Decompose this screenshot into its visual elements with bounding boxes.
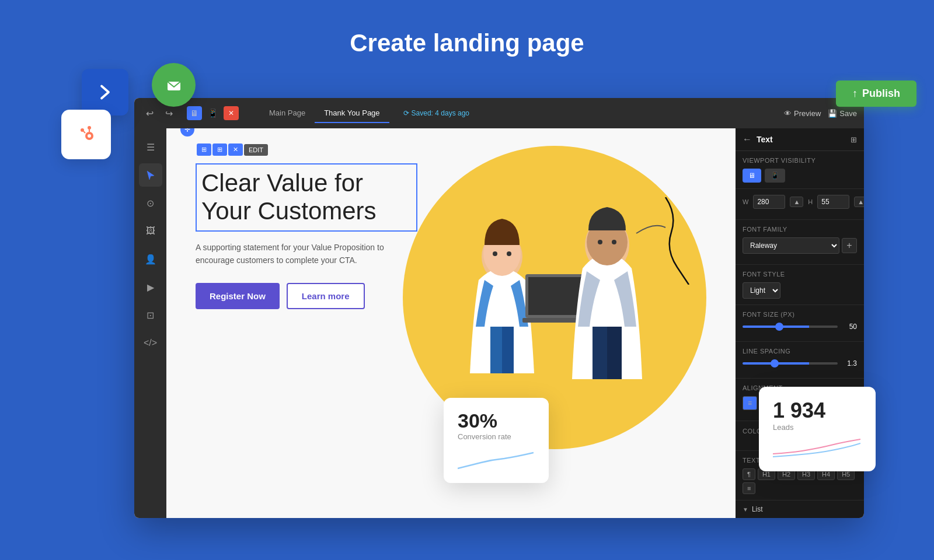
topbar-right-actions: 👁 Preview 💾 Save [784, 109, 857, 118]
conversion-sparkline [458, 448, 535, 471]
redo-button[interactable]: ↪ [161, 106, 177, 121]
tag-paragraph-button[interactable]: ¶ [743, 468, 755, 480]
publish-arrow-icon: ↑ [852, 88, 858, 100]
sidebar-layers[interactable]: ☰ [139, 135, 162, 159]
app-icon-blue [82, 69, 128, 116]
save-button[interactable]: 💾 Save [828, 109, 857, 118]
element-delete-button[interactable]: ✕ [228, 144, 243, 156]
left-sidebar: ☰ ⊙ 🖼 👤 ▶ ⊡ </> [134, 128, 166, 518]
line-spacing-slider-row: 1.3 [743, 359, 857, 368]
leads-stats-card: 1 934 Leads [759, 387, 876, 471]
conversion-label: Conversion rate [458, 432, 535, 441]
font-add-button[interactable]: + [842, 238, 857, 253]
tablet-device-button[interactable]: 📱 [204, 106, 221, 120]
font-family-select[interactable]: Raleway [743, 237, 839, 254]
svg-point-4 [81, 128, 84, 132]
line-spacing-label: Line spacing [743, 348, 857, 355]
sidebar-timer[interactable]: ⊙ [139, 191, 162, 215]
element-toolbar: ✛ ⊞ ⊞ ✕ EDIT [197, 144, 268, 156]
conversion-stats-card: 30% Conversion rate [444, 398, 549, 483]
width-input[interactable] [753, 195, 785, 209]
viewport-label: Viewport visibility [743, 157, 857, 164]
font-size-section: Font size (px) 50 [736, 305, 864, 342]
sidebar-code[interactable]: </> [139, 331, 162, 355]
font-family-section: Font family Raleway + [736, 220, 864, 265]
hero-buttons: Register Now Learn more [196, 283, 417, 309]
preview-button[interactable]: 👁 Preview [784, 109, 821, 118]
people-image [385, 128, 724, 518]
svg-point-14 [598, 240, 602, 244]
sidebar-people[interactable]: 👤 [139, 247, 162, 271]
element-edit-button[interactable]: EDIT [244, 144, 268, 156]
editor-wrapper: ↩ ↪ 🖥 📱 ✕ Main Page Thank You Page ⟳ Sav… [117, 80, 817, 518]
editor-topbar: ↩ ↪ 🖥 📱 ✕ Main Page Thank You Page ⟳ Sav… [134, 98, 864, 128]
line-spacing-value: 1.3 [842, 359, 857, 368]
font-style-section: Font style Light [736, 265, 864, 305]
nav-buttons: ↩ ↪ [141, 106, 177, 121]
leads-sparkline [773, 436, 862, 460]
leads-label: Leads [773, 423, 862, 432]
panel-header: ← Text ⊞ [736, 128, 864, 151]
tag-list-button[interactable]: ≡ [743, 482, 755, 494]
width-stepper-up[interactable]: ▲ [790, 197, 803, 207]
height-label: H [808, 198, 813, 205]
element-copy-button[interactable]: ⊞ [212, 144, 227, 156]
dimensions-section: W ▲ H ▲ [736, 189, 864, 220]
panel-grid-button[interactable]: ⊞ [851, 135, 857, 144]
page-title: Create landing page [350, 29, 584, 57]
headline-text-element[interactable]: ✛ ⊞ ⊞ ✕ EDIT Clear Value for Your Custom… [196, 163, 417, 232]
curve-decoration [630, 197, 700, 287]
height-input[interactable] [817, 195, 849, 209]
svg-point-15 [612, 240, 616, 244]
viewport-section: Viewport visibility 🖥 📱 [736, 151, 864, 189]
app-icon-green [152, 63, 196, 107]
panel-title-text: Text [757, 135, 773, 144]
arrow-right-icon [95, 82, 116, 103]
line-spacing-section: Line spacing 1.3 [736, 342, 864, 379]
sidebar-layout[interactable]: ⊡ [139, 303, 162, 327]
hubspot-logo [72, 120, 101, 149]
sidebar-video[interactable]: ▶ [139, 275, 162, 299]
font-size-slider-row: 50 [743, 323, 857, 331]
desktop-viewport-button[interactable]: 🖥 [743, 169, 761, 183]
align-left-button[interactable]: ≡ [743, 396, 757, 410]
width-label: W [743, 198, 748, 205]
sidebar-image[interactable]: 🖼 [139, 219, 162, 243]
publish-button[interactable]: ↑ Publish [836, 80, 916, 107]
svg-point-2 [88, 126, 91, 130]
saved-status: ⟳ Saved: 4 days ago [403, 109, 469, 117]
font-size-label: Font size (px) [743, 311, 857, 318]
tab-thank-you-page[interactable]: Thank You Page [315, 104, 389, 123]
font-family-label: Font family [743, 226, 857, 233]
publish-label: Publish [862, 88, 900, 100]
font-style-select[interactable]: Light [743, 282, 780, 299]
svg-point-7 [493, 251, 497, 256]
move-handle[interactable]: ✛ [180, 128, 194, 136]
close-device-button[interactable]: ✕ [224, 106, 239, 120]
hubspot-icon [61, 110, 111, 159]
list-label: List [752, 505, 763, 513]
list-collapsible[interactable]: ▼ List [736, 501, 864, 518]
svg-point-8 [507, 251, 511, 256]
hero-title-text: Clear Value for Your Customers [201, 169, 412, 226]
panel-back-button[interactable]: ← [743, 134, 752, 145]
line-spacing-slider[interactable] [743, 362, 838, 365]
desktop-device-button[interactable]: 🖥 [187, 106, 202, 120]
mobile-viewport-button[interactable]: 📱 [765, 169, 785, 183]
hero-subtitle-text: A supporting statement for your Value Pr… [196, 241, 417, 267]
height-stepper-up[interactable]: ▲ [854, 197, 864, 207]
tab-main-page[interactable]: Main Page [260, 104, 315, 123]
learn-more-button[interactable]: Learn more [287, 283, 365, 309]
register-now-button[interactable]: Register Now [196, 283, 280, 309]
list-arrow-icon: ▼ [743, 506, 748, 513]
font-size-slider[interactable] [743, 326, 838, 328]
viewport-buttons: 🖥 📱 [743, 169, 857, 183]
text-tag-row: ¶ H1 H2 H3 H4 H5 ≡ [743, 468, 857, 494]
font-size-value: 50 [842, 323, 857, 331]
sidebar-cursor[interactable] [139, 163, 162, 187]
undo-button[interactable]: ↩ [141, 106, 158, 121]
element-duplicate-button[interactable]: ⊞ [197, 144, 211, 156]
conversion-number: 30% [458, 410, 535, 432]
device-buttons: 🖥 📱 ✕ [187, 106, 239, 120]
font-style-label: Font style [743, 271, 857, 278]
